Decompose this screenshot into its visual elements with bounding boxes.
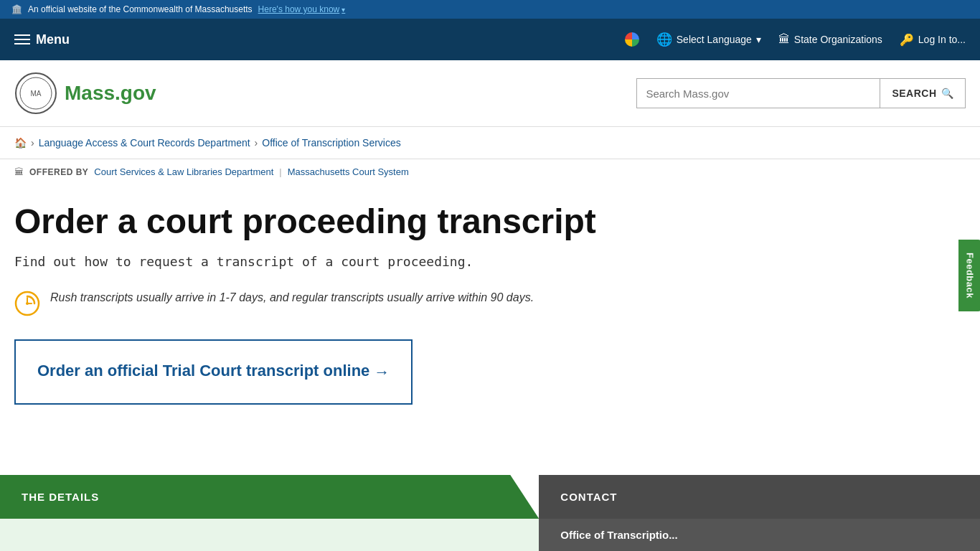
page-subtitle: Find out how to request a transcript of …	[14, 254, 674, 269]
logo-area: MA Mass.gov	[14, 72, 636, 115]
main-content: Order a court proceeding transcript Find…	[0, 184, 689, 442]
globe-icon: 🌐	[656, 32, 672, 47]
login-icon: 🔑	[900, 33, 914, 47]
svg-point-6	[26, 302, 29, 305]
offered-by-bar: 🏛 OFFERED BY Court Services & Law Librar…	[0, 159, 980, 184]
select-language-button[interactable]: 🌐 Select Language ▾	[656, 32, 761, 47]
chevron-down-icon: ▾	[341, 6, 345, 14]
breadcrumb-separator-2: ›	[255, 137, 258, 149]
state-organizations-button[interactable]: 🏛 State Organizations	[778, 33, 882, 46]
page-title: Order a court proceeding transcript	[14, 202, 674, 241]
home-link[interactable]: 🏠	[14, 137, 27, 149]
log-in-button[interactable]: 🔑 Log In to...	[900, 33, 966, 47]
nav-right: 🌐 Select Language ▾ 🏛 State Organization…	[625, 32, 966, 47]
site-logo-text[interactable]: Mass.gov	[65, 82, 156, 105]
feedback-button[interactable]: Feedback	[959, 240, 980, 311]
details-tab[interactable]: THE DETAILS	[0, 475, 539, 519]
contact-sub-header: Office of Transcriptio...	[539, 519, 980, 551]
home-icon: 🏠	[14, 137, 27, 149]
official-text: An official website of the Commonwealth …	[28, 4, 253, 14]
building-icon: 🏛	[778, 33, 790, 46]
building-small-icon: 🏛	[14, 166, 24, 177]
svg-text:MA: MA	[31, 90, 42, 98]
org1-link[interactable]: Court Services & Law Libraries Departmen…	[94, 166, 273, 177]
arrow-icon: →	[374, 362, 390, 383]
top-banner: 🏛️ An official website of the Commonweal…	[0, 0, 980, 19]
search-area: SEARCH 🔍	[636, 78, 966, 108]
seal-icon: 🏛️	[11, 4, 22, 14]
breadcrumb-level1[interactable]: Language Access & Court Records Departme…	[39, 137, 250, 149]
chevron-down-icon: ▾	[756, 34, 761, 45]
org-divider: |	[279, 166, 281, 177]
org2-link[interactable]: Massachusetts Court System	[288, 166, 409, 177]
search-input[interactable]	[636, 78, 880, 108]
footer-tabs: THE DETAILS CONTACT Office of Transcript…	[0, 475, 980, 551]
cta-link[interactable]: Order an official Trial Court transcript…	[37, 361, 390, 383]
mass-seal-icon: MA	[14, 72, 57, 115]
search-icon: 🔍	[941, 88, 954, 99]
search-button[interactable]: SEARCH 🔍	[880, 78, 966, 108]
info-text: Rush transcripts usually arrive in 1-7 d…	[50, 289, 534, 306]
site-header: MA Mass.gov SEARCH 🔍	[0, 60, 980, 127]
breadcrumb-separator: ›	[31, 137, 34, 149]
offered-by-label: OFFERED BY	[29, 167, 88, 177]
nav-bar: Menu 🌐 Select Language ▾ 🏛 State Organiz…	[0, 19, 980, 60]
heres-how-button[interactable]: Here's how you know ▾	[258, 4, 346, 14]
google-translate-icon[interactable]	[625, 32, 639, 47]
info-box: Rush transcripts usually arrive in 1-7 d…	[14, 289, 674, 316]
breadcrumb-level2[interactable]: Office of Transcription Services	[262, 137, 400, 149]
cta-card[interactable]: Order an official Trial Court transcript…	[14, 339, 413, 405]
hamburger-icon	[14, 34, 30, 44]
menu-button[interactable]: Menu	[14, 32, 625, 47]
clock-icon	[14, 291, 40, 316]
contact-tab[interactable]: CONTACT	[539, 475, 980, 519]
breadcrumb: 🏠 › Language Access & Court Records Depa…	[0, 127, 980, 159]
